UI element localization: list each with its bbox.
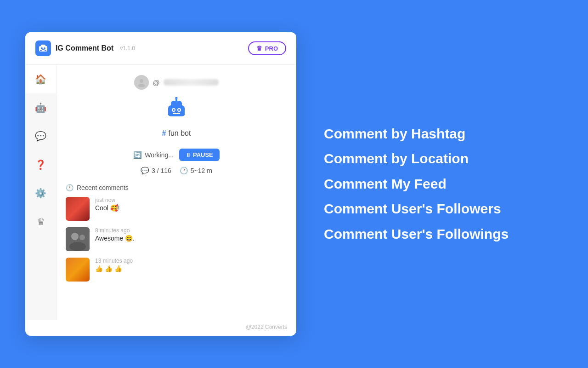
clock-icon: 🕐: [180, 167, 188, 175]
svg-rect-4: [40, 50, 42, 51]
pro-button[interactable]: ♛ PRO: [248, 41, 286, 55]
bot-name: fun bot: [168, 129, 191, 138]
svg-rect-16: [168, 113, 170, 115]
svg-rect-15: [173, 113, 180, 114]
robot-icon: 🤖: [35, 102, 46, 113]
help-icon: ❓: [35, 159, 46, 170]
svg-rect-1: [41, 45, 45, 47]
comment-item-1: just now Cool 🥰!: [66, 197, 287, 221]
sidebar-item-home[interactable]: 🏠: [25, 65, 56, 93]
comment-item-3: 13 minutes ago 👍 👍 👍: [66, 258, 287, 282]
crown-sidebar-icon: ♛: [37, 216, 45, 227]
bot-name-row: # fun bot: [162, 129, 191, 138]
bot-section: # fun bot: [162, 97, 191, 144]
svg-point-22: [79, 235, 85, 240]
hashtag-icon: #: [162, 129, 166, 138]
comment-time-3: 13 minutes ago: [95, 258, 133, 264]
status-row: 🔄 Working... ⏸ PAUSE: [133, 149, 220, 161]
recent-comments-section: 🕐 Recent comments just now Cool 🥰!: [66, 184, 287, 288]
svg-point-2: [41, 47, 43, 49]
sidebar-item-pro[interactable]: ♛: [25, 207, 56, 236]
recent-header: 🕐 Recent comments: [66, 184, 287, 191]
comment-meta-3: 13 minutes ago 👍 👍 👍: [95, 258, 133, 272]
svg-point-3: [44, 47, 45, 49]
app-window: IG Comment Bot v1.1.0 ♛ PRO 🏠 🤖 💬 ❓ ⚙️: [25, 32, 296, 336]
comment-text-2: Awesome 😄.: [95, 235, 135, 242]
time-range: 5~12 m: [191, 167, 212, 174]
pause-button[interactable]: ⏸ PAUSE: [179, 149, 220, 161]
crown-icon: ♛: [256, 45, 262, 52]
feature-item-3: Comment My Feed: [324, 173, 588, 195]
svg-point-23: [69, 242, 86, 251]
chat-icon: 💬: [35, 131, 46, 142]
history-icon: 🕐: [66, 184, 74, 191]
app-version: v1.1.0: [120, 45, 135, 52]
sidebar: 🏠 🤖 💬 ❓ ⚙️ ♛: [25, 65, 57, 320]
feature-list: Comment by Hashtag Comment by Location C…: [296, 123, 588, 245]
sidebar-item-bot[interactable]: 🤖: [25, 93, 56, 122]
svg-point-13: [173, 109, 175, 111]
recent-label: Recent comments: [77, 184, 129, 191]
comment-meta-1: just now Cool 🥰!: [95, 197, 120, 212]
refresh-icon: 🔄: [133, 151, 142, 159]
comment-time-1: just now: [95, 197, 120, 203]
sidebar-item-help[interactable]: ❓: [25, 150, 56, 179]
svg-point-21: [71, 233, 79, 240]
footer-text: @2022 Converts: [246, 324, 287, 330]
pause-label: PAUSE: [193, 151, 213, 158]
svg-rect-17: [183, 113, 185, 115]
comment-thumb-2: [66, 227, 90, 251]
feature-item-5: Comment User's Followings: [324, 224, 588, 245]
svg-point-14: [178, 109, 180, 111]
pause-icon: ⏸: [186, 152, 191, 158]
svg-rect-6: [42, 49, 45, 50]
main-content: @: [57, 65, 296, 320]
app-body: 🏠 🤖 💬 ❓ ⚙️ ♛: [25, 65, 296, 320]
gear-icon: ⚙️: [35, 188, 46, 199]
bot-robot-icon: [164, 97, 188, 126]
comment-thumb-1: [66, 197, 90, 221]
app-logo-icon: [35, 40, 51, 56]
feature-item-2: Comment by Location: [324, 148, 588, 170]
comment-text-3: 👍 👍 👍: [95, 265, 133, 272]
working-status: 🔄 Working...: [133, 151, 174, 159]
feature-item-1: Comment by Hashtag: [324, 123, 588, 145]
sidebar-item-settings[interactable]: ⚙️: [25, 179, 56, 207]
home-icon: 🏠: [35, 74, 46, 85]
pro-label: PRO: [265, 45, 278, 52]
comment-stat-icon: 💬: [141, 167, 149, 175]
time-stat: 🕐 5~12 m: [180, 167, 212, 175]
avatar: [134, 75, 149, 90]
svg-point-8: [138, 84, 145, 87]
at-sign: @: [153, 79, 159, 86]
comment-text-1: Cool 🥰!: [95, 204, 120, 212]
svg-rect-10: [171, 101, 182, 107]
user-info-row: @: [66, 75, 287, 90]
stats-row: 💬 3 / 116 🕐 5~12 m: [141, 167, 212, 175]
svg-rect-5: [45, 50, 46, 51]
app-title: IG Comment Bot: [56, 44, 113, 52]
comment-thumb-3: [66, 258, 90, 282]
comment-count-stat: 💬 3 / 116: [141, 167, 171, 175]
sidebar-item-comments[interactable]: 💬: [25, 122, 56, 150]
header-left: IG Comment Bot v1.1.0: [35, 40, 135, 56]
comment-count: 3 / 116: [152, 167, 171, 174]
app-footer: @2022 Converts: [25, 320, 296, 336]
comment-time-2: 8 minutes ago: [95, 227, 135, 234]
working-label: Working...: [145, 151, 174, 159]
svg-point-7: [140, 79, 143, 83]
app-header: IG Comment Bot v1.1.0 ♛ PRO: [25, 32, 296, 65]
username-blurred: [164, 79, 219, 86]
comment-meta-2: 8 minutes ago Awesome 😄.: [95, 227, 135, 242]
feature-item-4: Comment User's Followers: [324, 198, 588, 220]
comment-item-2: 8 minutes ago Awesome 😄.: [66, 227, 287, 251]
